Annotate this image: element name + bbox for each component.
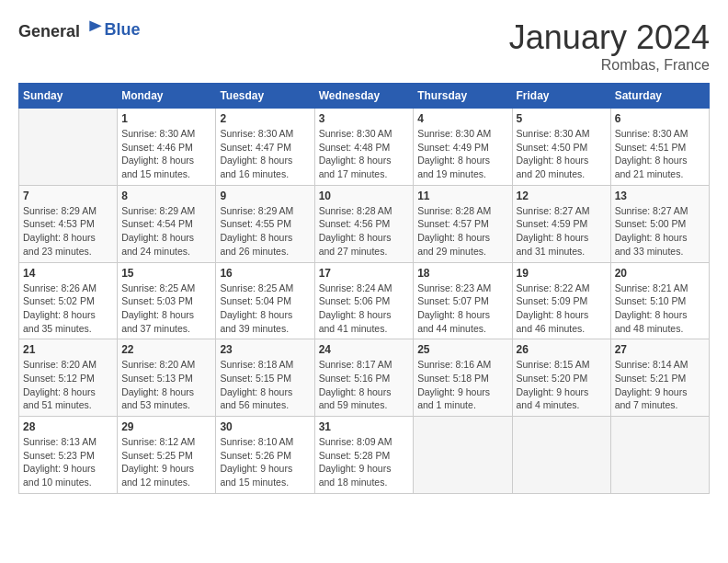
day-info: Sunrise: 8:27 AMSunset: 4:59 PMDaylight:… (517, 204, 607, 259)
day-info: Sunrise: 8:29 AMSunset: 4:55 PMDaylight:… (220, 204, 310, 259)
calendar-cell: 1Sunrise: 8:30 AMSunset: 4:46 PMDaylight… (118, 109, 216, 186)
day-info: Sunrise: 8:28 AMSunset: 4:57 PMDaylight:… (417, 204, 507, 259)
calendar-cell: 30Sunrise: 8:10 AMSunset: 5:26 PMDayligh… (216, 417, 314, 494)
day-info: Sunrise: 8:20 AMSunset: 5:13 PMDaylight:… (121, 358, 211, 412)
logo: General Blue (18, 18, 141, 41)
calendar-cell: 14Sunrise: 8:26 AMSunset: 5:02 PMDayligh… (19, 262, 118, 339)
header-row: SundayMondayTuesdayWednesdayThursdayFrid… (19, 84, 710, 109)
title-area: January 2024 Rombas, France (509, 18, 710, 74)
calendar-cell: 13Sunrise: 8:27 AMSunset: 5:00 PMDayligh… (610, 185, 709, 262)
day-info: Sunrise: 8:12 AMSunset: 5:25 PMDaylight:… (121, 435, 211, 489)
day-info: Sunrise: 8:14 AMSunset: 5:21 PMDaylight:… (615, 358, 705, 412)
logo-general: General (18, 22, 80, 40)
day-info: Sunrise: 8:22 AMSunset: 5:09 PMDaylight:… (517, 282, 607, 336)
calendar-cell: 7Sunrise: 8:29 AMSunset: 4:53 PMDaylight… (19, 185, 118, 262)
day-info: Sunrise: 8:30 AMSunset: 4:46 PMDaylight:… (121, 127, 211, 181)
day-number: 7 (23, 190, 113, 202)
day-number: 1 (121, 112, 211, 125)
day-info: Sunrise: 8:28 AMSunset: 4:56 PMDaylight:… (319, 204, 410, 259)
calendar-cell: 16Sunrise: 8:25 AMSunset: 5:04 PMDayligh… (216, 262, 314, 339)
day-number: 13 (615, 190, 705, 202)
day-number: 2 (220, 112, 310, 125)
day-number: 28 (23, 420, 113, 433)
calendar-cell: 31Sunrise: 8:09 AMSunset: 5:28 PMDayligh… (314, 417, 414, 494)
day-number: 26 (517, 343, 607, 356)
calendar-cell: 3Sunrise: 8:30 AMSunset: 4:48 PMDaylight… (314, 109, 414, 186)
calendar-cell: 24Sunrise: 8:17 AMSunset: 5:16 PMDayligh… (314, 339, 414, 417)
calendar-cell: 8Sunrise: 8:29 AMSunset: 4:54 PMDaylight… (118, 185, 216, 262)
calendar-cell: 25Sunrise: 8:16 AMSunset: 5:18 PMDayligh… (414, 339, 512, 417)
day-header-sunday: Sunday (19, 84, 118, 109)
day-info: Sunrise: 8:24 AMSunset: 5:06 PMDaylight:… (319, 282, 410, 336)
day-number: 8 (121, 190, 211, 202)
calendar-cell (19, 109, 118, 186)
day-number: 31 (319, 420, 410, 433)
calendar-cell: 11Sunrise: 8:28 AMSunset: 4:57 PMDayligh… (414, 185, 512, 262)
day-number: 9 (220, 190, 310, 202)
calendar-table: SundayMondayTuesdayWednesdayThursdayFrid… (18, 83, 710, 494)
day-number: 21 (23, 343, 113, 356)
day-header-saturday: Saturday (610, 84, 709, 109)
calendar-cell: 22Sunrise: 8:20 AMSunset: 5:13 PMDayligh… (118, 339, 216, 417)
svg-marker-0 (89, 21, 101, 32)
day-info: Sunrise: 8:30 AMSunset: 4:48 PMDaylight:… (319, 127, 410, 181)
calendar-cell: 23Sunrise: 8:18 AMSunset: 5:15 PMDayligh… (216, 339, 314, 417)
day-info: Sunrise: 8:23 AMSunset: 5:07 PMDaylight:… (417, 282, 507, 336)
week-row-5: 28Sunrise: 8:13 AMSunset: 5:23 PMDayligh… (19, 417, 710, 494)
day-info: Sunrise: 8:26 AMSunset: 5:02 PMDaylight:… (23, 282, 113, 336)
day-number: 5 (517, 112, 607, 125)
day-info: Sunrise: 8:29 AMSunset: 4:54 PMDaylight:… (121, 204, 211, 259)
day-info: Sunrise: 8:25 AMSunset: 5:03 PMDaylight:… (121, 282, 211, 336)
day-number: 16 (220, 267, 310, 280)
calendar-cell: 2Sunrise: 8:30 AMSunset: 4:47 PMDaylight… (216, 109, 314, 186)
day-number: 24 (319, 343, 410, 356)
day-info: Sunrise: 8:20 AMSunset: 5:12 PMDaylight:… (23, 358, 113, 412)
day-info: Sunrise: 8:25 AMSunset: 5:04 PMDaylight:… (220, 282, 310, 336)
logo-blue: Blue (105, 20, 141, 39)
day-header-tuesday: Tuesday (216, 84, 314, 109)
day-number: 3 (319, 112, 410, 125)
calendar-cell: 10Sunrise: 8:28 AMSunset: 4:56 PMDayligh… (314, 185, 414, 262)
day-number: 11 (417, 190, 507, 202)
week-row-1: 1Sunrise: 8:30 AMSunset: 4:46 PMDaylight… (19, 109, 710, 186)
calendar-cell: 17Sunrise: 8:24 AMSunset: 5:06 PMDayligh… (314, 262, 414, 339)
day-number: 30 (220, 420, 310, 433)
day-info: Sunrise: 8:30 AMSunset: 4:47 PMDaylight:… (220, 127, 310, 181)
day-info: Sunrise: 8:30 AMSunset: 4:49 PMDaylight:… (417, 127, 507, 181)
day-number: 25 (417, 343, 507, 356)
day-info: Sunrise: 8:30 AMSunset: 4:51 PMDaylight:… (615, 127, 705, 181)
day-number: 19 (517, 267, 607, 280)
day-info: Sunrise: 8:18 AMSunset: 5:15 PMDaylight:… (220, 358, 310, 412)
calendar-cell: 15Sunrise: 8:25 AMSunset: 5:03 PMDayligh… (118, 262, 216, 339)
day-number: 20 (615, 267, 705, 280)
day-info: Sunrise: 8:30 AMSunset: 4:50 PMDaylight:… (517, 127, 607, 181)
day-number: 14 (23, 267, 113, 280)
calendar-cell: 27Sunrise: 8:14 AMSunset: 5:21 PMDayligh… (610, 339, 709, 417)
day-number: 22 (121, 343, 211, 356)
calendar-cell: 5Sunrise: 8:30 AMSunset: 4:50 PMDaylight… (512, 109, 610, 186)
calendar-subtitle: Rombas, France (509, 57, 710, 74)
week-row-3: 14Sunrise: 8:26 AMSunset: 5:02 PMDayligh… (19, 262, 710, 339)
week-row-4: 21Sunrise: 8:20 AMSunset: 5:12 PMDayligh… (19, 339, 710, 417)
calendar-cell: 4Sunrise: 8:30 AMSunset: 4:49 PMDaylight… (414, 109, 512, 186)
day-number: 23 (220, 343, 310, 356)
day-info: Sunrise: 8:10 AMSunset: 5:26 PMDaylight:… (220, 435, 310, 489)
day-number: 29 (121, 420, 211, 433)
day-info: Sunrise: 8:27 AMSunset: 5:00 PMDaylight:… (615, 204, 705, 259)
day-number: 15 (121, 267, 211, 280)
day-info: Sunrise: 8:17 AMSunset: 5:16 PMDaylight:… (319, 358, 410, 412)
logo-flag-icon (86, 18, 105, 37)
calendar-cell: 21Sunrise: 8:20 AMSunset: 5:12 PMDayligh… (19, 339, 118, 417)
day-info: Sunrise: 8:09 AMSunset: 5:28 PMDaylight:… (319, 435, 410, 489)
day-header-wednesday: Wednesday (314, 84, 414, 109)
calendar-cell: 28Sunrise: 8:13 AMSunset: 5:23 PMDayligh… (19, 417, 118, 494)
day-number: 6 (615, 112, 705, 125)
calendar-cell (414, 417, 512, 494)
day-number: 17 (319, 267, 410, 280)
day-info: Sunrise: 8:29 AMSunset: 4:53 PMDaylight:… (23, 204, 113, 259)
calendar-cell: 20Sunrise: 8:21 AMSunset: 5:10 PMDayligh… (610, 262, 709, 339)
week-row-2: 7Sunrise: 8:29 AMSunset: 4:53 PMDaylight… (19, 185, 710, 262)
calendar-cell: 29Sunrise: 8:12 AMSunset: 5:25 PMDayligh… (118, 417, 216, 494)
day-number: 12 (517, 190, 607, 202)
day-header-monday: Monday (118, 84, 216, 109)
